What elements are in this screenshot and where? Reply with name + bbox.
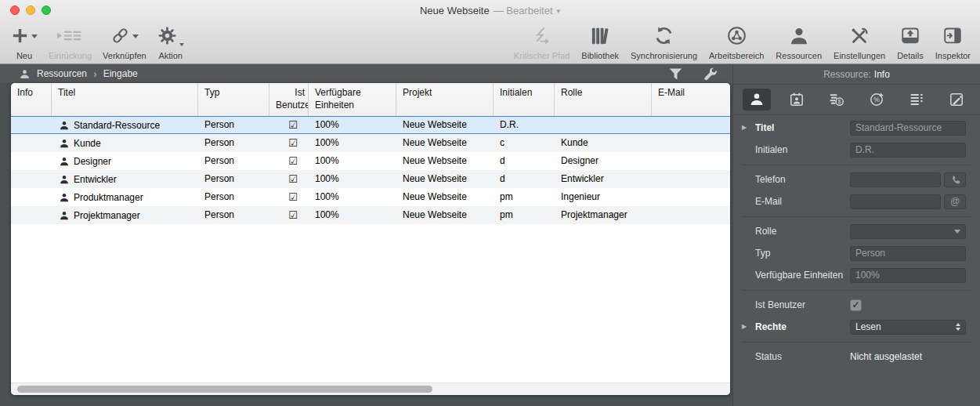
- status-value: Nicht ausgelastet: [850, 351, 922, 362]
- initialen-field[interactable]: D.R.: [850, 143, 966, 158]
- at-icon: @: [950, 196, 960, 207]
- toolbar-aktion-button[interactable]: Aktion: [157, 22, 184, 63]
- cell-typ: Person: [198, 206, 269, 224]
- telefon-field[interactable]: [850, 172, 941, 187]
- cell-typ: Person: [198, 134, 269, 152]
- email-field[interactable]: [850, 194, 941, 209]
- cell-rolle: Ingenieur: [555, 188, 652, 206]
- toolbar-neu-button[interactable]: Neu: [11, 22, 38, 63]
- cell-einheiten: 100%: [309, 152, 396, 170]
- person-icon: [60, 139, 69, 148]
- typ-field[interactable]: Person: [850, 246, 966, 261]
- breadcrumb-eingabe[interactable]: Eingabe: [103, 68, 138, 79]
- table-row[interactable]: Kunde Person ☑ 100% Neue Webseite c Kund…: [11, 134, 730, 152]
- checkbox-checked-icon[interactable]: ☑: [288, 134, 298, 152]
- cell-initialen: pm: [494, 188, 555, 206]
- checkbox-checked-icon[interactable]: ☑: [288, 116, 298, 134]
- tab-resource-utilization[interactable]: %: [862, 89, 891, 111]
- table-row[interactable]: Standard-Ressource Person ☑ 100% Neue We…: [11, 116, 730, 134]
- inspector-header-title: Info: [874, 69, 890, 80]
- divider: [742, 290, 971, 291]
- rolle-dropdown[interactable]: [850, 224, 966, 239]
- field-row-ist-benutzer: Ist Benutzer ✓: [733, 294, 980, 316]
- cell-typ: Person: [198, 188, 269, 206]
- disclosure-triangle-icon[interactable]: ▶: [742, 124, 747, 131]
- phone-button[interactable]: [944, 172, 966, 187]
- toolbar-inspektor-button[interactable]: Inspektor: [935, 22, 971, 63]
- column-header-info[interactable]: Info: [11, 83, 52, 116]
- toolbar-ressourcen-button[interactable]: Ressourcen: [776, 22, 822, 63]
- filter-icon[interactable]: [668, 67, 683, 81]
- tab-resource-info[interactable]: [743, 89, 771, 111]
- costs-coin-icon: $: [829, 92, 844, 107]
- disclosure-triangle-icon[interactable]: ▶: [742, 323, 747, 330]
- inspector-header-prefix: Ressource:: [823, 69, 871, 80]
- table-header: Info Titel Typ Ist Benutzer Verfügbare E…: [11, 83, 730, 116]
- table-row[interactable]: Entwickler Person ☑ 100% Neue Webseite d…: [11, 170, 730, 188]
- library-books-icon: [590, 26, 610, 46]
- breadcrumb-chevron-icon: ›: [93, 67, 97, 80]
- toolbar-verknuepfen-button[interactable]: Verknüpfen: [103, 22, 146, 63]
- table-row[interactable]: Projektmanager Person ☑ 100% Neue Websei…: [11, 206, 730, 224]
- resource-person-icon: [20, 69, 30, 79]
- cell-initialen: pm: [494, 206, 555, 224]
- field-row-initialen: Initialen D.R.: [733, 139, 980, 161]
- einheiten-field[interactable]: 100%: [850, 268, 966, 283]
- caret-down-icon: [132, 34, 139, 38]
- table-row[interactable]: Produktmanager Person ☑ 100% Neue Websei…: [11, 188, 730, 206]
- wrench-icon[interactable]: [703, 67, 718, 82]
- tab-resource-costs[interactable]: $: [823, 89, 851, 111]
- column-header-projekt[interactable]: Projekt: [396, 83, 494, 116]
- cell-info: [11, 152, 52, 170]
- checkbox-checked-icon[interactable]: ☑: [288, 188, 298, 206]
- toolbar-synchronisierung-button[interactable]: Synchronisierung: [631, 22, 697, 63]
- inspector-tabs: $ %: [733, 85, 980, 115]
- column-header-verfuegbare-einheiten[interactable]: Verfügbare Einheiten: [309, 83, 396, 116]
- cell-info: [11, 134, 52, 152]
- column-header-initialen[interactable]: Initialen: [494, 83, 555, 116]
- list-icon: [909, 92, 924, 107]
- inspector-toggle-icon: [942, 26, 963, 45]
- cell-email: [652, 170, 730, 188]
- toolbar-einstellungen-button[interactable]: Einstellungen: [834, 22, 885, 63]
- ist-benutzer-checkbox[interactable]: ✓: [850, 299, 862, 311]
- field-row-status: Status Nicht ausgelastet: [733, 346, 980, 368]
- rechte-dropdown[interactable]: Lesen: [850, 320, 966, 335]
- cell-ist-benutzer: ☑: [269, 188, 309, 206]
- field-row-typ: Typ Person: [733, 242, 980, 264]
- cell-email: [652, 188, 730, 206]
- tab-resource-notes[interactable]: [942, 89, 971, 111]
- table-row[interactable]: Designer Person ☑ 100% Neue Webseite d D…: [11, 152, 730, 170]
- field-row-telefon: Telefon: [733, 169, 980, 190]
- cell-typ: Person: [198, 170, 269, 188]
- cell-rolle: Designer: [555, 152, 652, 170]
- title-chevron-down-icon[interactable]: ▾: [557, 7, 561, 15]
- toolbar-arbeitsbereich-button[interactable]: Arbeitsbereich: [709, 22, 764, 63]
- column-header-rolle[interactable]: Rolle: [555, 83, 652, 116]
- checkbox-checked-icon[interactable]: ☑: [288, 206, 298, 224]
- toolbar-bibliothek-button[interactable]: Bibliothek: [581, 22, 619, 63]
- column-header-email[interactable]: E-Mail: [652, 83, 730, 116]
- at-button[interactable]: @: [944, 194, 966, 209]
- column-header-ist-benutzer[interactable]: Ist Benutzer: [269, 83, 309, 116]
- cell-info: [11, 170, 52, 188]
- column-header-titel[interactable]: Titel: [52, 83, 198, 116]
- cell-titel: Standard-Ressource: [52, 116, 198, 134]
- caret-down-icon: [179, 43, 184, 46]
- cell-titel-text: Entwickler: [74, 174, 117, 185]
- breadcrumb-ressourcen[interactable]: Ressourcen: [37, 68, 87, 79]
- cell-titel: Kunde: [52, 134, 198, 152]
- checkbox-checked-icon[interactable]: ☑: [288, 152, 298, 170]
- column-header-typ[interactable]: Typ: [198, 83, 269, 116]
- toolbar-kritischer-pfad-button[interactable]: Kritischer Pfad: [514, 22, 570, 63]
- toolbar-einrueckung-button[interactable]: Einrückung: [49, 22, 92, 63]
- titel-field[interactable]: Standard-Ressource: [850, 121, 966, 136]
- checkbox-checked-icon[interactable]: ☑: [288, 170, 298, 188]
- scrollbar-thumb[interactable]: [17, 386, 432, 393]
- cell-einheiten: 100%: [309, 116, 396, 134]
- inspector-header: Ressource:Info: [733, 64, 980, 85]
- tab-resource-calendar[interactable]: [783, 89, 811, 111]
- cell-initialen: d: [494, 170, 555, 188]
- toolbar-details-button[interactable]: Details: [897, 22, 924, 63]
- tab-resource-list[interactable]: [902, 89, 931, 111]
